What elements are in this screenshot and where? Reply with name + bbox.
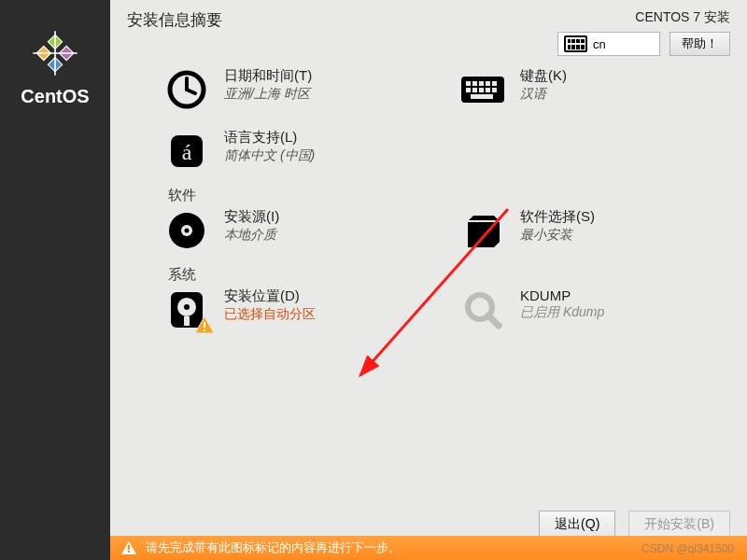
datetime-sub: 亚洲/上海 时区 [224,86,312,103]
language-icon: á [162,129,211,174]
sidebar: CentOS [0,0,110,560]
spoke-language[interactable]: á 语言支持(L) 简体中文 (中国) [162,129,430,174]
svg-point-28 [184,304,190,310]
keyboard-large-icon [458,67,507,112]
svg-rect-10 [466,81,471,86]
svg-rect-12 [479,81,484,86]
selection-title: 软件选择(S) [520,208,595,226]
lang-code: cn [593,37,606,51]
footer-buttons: 退出(Q) 开始安装(B) [110,503,747,540]
spoke-destination[interactable]: 安装位置(D) 已选择自动分区 [162,287,430,332]
svg-rect-36 [128,551,130,553]
svg-rect-11 [472,81,477,86]
svg-rect-30 [204,322,205,328]
keyboard-icon [564,35,587,52]
topbar-right: CENTOS 7 安装 cn 帮助！ [557,9,730,56]
main-panel: 安装信息摘要 CENTOS 7 安装 cn 帮助！ 日期和时间(T) 亚洲/上海 [110,0,747,560]
destination-title: 安装位置(D) [224,287,316,305]
datetime-title: 日期和时间(T) [224,67,312,85]
spoke-kdump[interactable]: KDUMP 已启用 Kdump [458,287,726,332]
svg-point-25 [185,229,190,233]
kdump-sub: 已启用 Kdump [520,304,604,321]
page-title: 安装信息摘要 [127,9,222,31]
svg-rect-20 [471,94,493,99]
svg-rect-29 [184,316,190,326]
clock-icon [162,67,211,112]
warning-bar-icon [121,541,136,554]
source-sub: 本地介质 [224,227,279,244]
warning-icon [194,315,215,334]
svg-rect-35 [128,545,130,550]
spoke-software-selection[interactable]: 软件选择(S) 最小安装 [458,208,726,253]
watermark: CSDN @qi341500 [641,542,734,555]
svg-text:á: á [182,140,192,164]
warning-bar-text: 请先完成带有此图标标记的内容再进行下一步。 [146,539,401,556]
disc-icon [162,208,211,253]
svg-rect-17 [479,88,484,92]
keyboard-layout-indicator[interactable]: cn [557,32,660,56]
svg-rect-16 [472,88,477,92]
source-title: 安装源(I) [224,208,279,226]
package-icon [458,208,507,253]
language-sub: 简体中文 (中国) [224,147,315,164]
svg-rect-31 [204,329,205,331]
svg-rect-13 [486,81,490,86]
svg-rect-18 [486,88,490,92]
topbar: 安装信息摘要 CENTOS 7 安装 cn 帮助！ [110,0,747,62]
language-title: 语言支持(L) [224,129,315,147]
svg-line-33 [488,315,499,326]
destination-sub: 已选择自动分区 [224,306,316,323]
keyboard-sub: 汉语 [520,86,567,103]
content-area: 日期和时间(T) 亚洲/上海 时区 键盘(K) 汉语 á 语言支持(L) [110,62,747,503]
svg-rect-14 [492,81,497,86]
svg-rect-15 [466,88,471,92]
help-button[interactable]: 帮助！ [669,32,730,56]
svg-line-8 [187,90,195,93]
keyboard-title: 键盘(K) [520,67,567,85]
begin-install-button: 开始安装(B) [628,511,730,539]
installer-name: CENTOS 7 安装 [635,9,730,26]
section-system: 系统 [168,266,726,284]
selection-sub: 最小安装 [520,227,595,244]
spoke-source[interactable]: 安装源(I) 本地介质 [162,208,430,253]
kdump-title: KDUMP [520,287,604,303]
kdump-icon [458,287,507,332]
svg-rect-19 [492,88,497,92]
centos-logo-icon [30,28,80,78]
section-software: 软件 [168,187,726,204]
quit-button[interactable]: 退出(Q) [539,511,615,539]
harddisk-icon [162,287,211,332]
spoke-keyboard[interactable]: 键盘(K) 汉语 [458,67,726,112]
brand-text: CentOS [21,86,89,107]
spoke-datetime[interactable]: 日期和时间(T) 亚洲/上海 时区 [162,67,430,112]
